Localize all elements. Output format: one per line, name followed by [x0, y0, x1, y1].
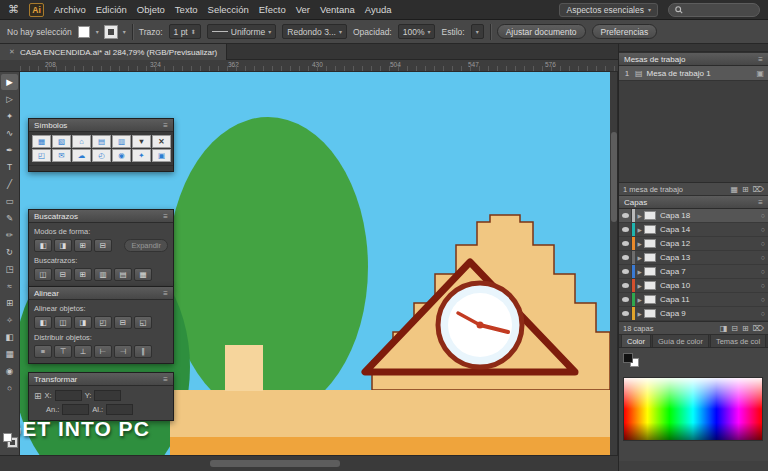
symbol-thumbnail[interactable]: ▣	[152, 149, 171, 162]
selection-tool[interactable]: ▶	[1, 74, 18, 90]
delete-layer-icon[interactable]: ⌦	[753, 324, 764, 333]
fill-color-swatch[interactable]	[78, 26, 90, 38]
distribute-hcenter-button[interactable]: ⊣	[114, 345, 132, 358]
artboard-name[interactable]: Mesa de trabajo 1	[647, 69, 711, 78]
intersect-button[interactable]: ⊞	[74, 239, 92, 252]
menu-ventana[interactable]: Ventana	[320, 4, 355, 15]
paintbrush-tool[interactable]: ✎	[1, 210, 18, 226]
panel-menu-icon[interactable]: ≡	[163, 212, 168, 221]
menu-texto[interactable]: Texto	[175, 4, 198, 15]
expand-arrow-icon[interactable]: ▶	[635, 213, 644, 219]
layer-name[interactable]: Capa 11	[660, 295, 761, 304]
layer-name[interactable]: Capa 9	[660, 309, 761, 318]
target-circle-icon[interactable]: ○	[761, 310, 765, 317]
menu-archivo[interactable]: Archivo	[54, 4, 86, 15]
horizontal-scrollbar-thumb[interactable]	[210, 460, 340, 467]
rotate-tool[interactable]: ↻	[1, 244, 18, 260]
style-dropdown[interactable]: ▾	[471, 24, 484, 39]
crop-button[interactable]: ▥	[94, 268, 112, 281]
alinear-panel-title[interactable]: Alinear ≡	[29, 287, 173, 300]
gradient-tool[interactable]: ◧	[1, 329, 18, 345]
layer-row[interactable]: ▶ Capa 14 ○	[619, 223, 768, 237]
lasso-tool[interactable]: ∿	[1, 125, 18, 141]
layer-row[interactable]: ▶ Capa 9 ○	[619, 307, 768, 321]
artboard-row[interactable]: 1 ▤ Mesa de trabajo 1 ▣	[619, 66, 768, 81]
opacity-stepper[interactable]: 100% ▾	[398, 24, 436, 39]
align-hcenter-button[interactable]: ◫	[54, 316, 72, 329]
magic-wand-tool[interactable]: ✦	[1, 108, 18, 124]
buscatrazos-panel-title[interactable]: Buscatrazos ≡	[29, 210, 173, 223]
mesh-tool[interactable]: ▦	[1, 346, 18, 362]
visibility-eye-icon[interactable]	[619, 251, 632, 264]
visibility-eye-icon[interactable]	[619, 237, 632, 250]
free-transform-tool[interactable]: ⊞	[1, 295, 18, 311]
fill-stroke-indicator[interactable]	[3, 433, 17, 447]
layer-row[interactable]: ▶ Capa 7 ○	[619, 265, 768, 279]
expand-arrow-icon[interactable]: ▶	[635, 311, 644, 317]
symbol-thumbnail[interactable]: ▧	[52, 135, 71, 148]
align-vcenter-button[interactable]: ⊟	[114, 316, 132, 329]
distribute-right-button[interactable]: ∥	[134, 345, 152, 358]
align-top-button[interactable]: ◰	[94, 316, 112, 329]
expand-arrow-icon[interactable]: ▶	[635, 255, 644, 261]
artboards-panel-title[interactable]: Mesas de trabajo ≡	[619, 52, 768, 66]
symbol-thumbnail[interactable]: ▦	[32, 135, 51, 148]
layer-row[interactable]: ▶ Capa 18 ○	[619, 209, 768, 223]
symbol-thumbnail[interactable]: ✦	[132, 149, 151, 162]
visibility-eye-icon[interactable]	[619, 265, 632, 278]
menu-seleccion[interactable]: Selección	[208, 4, 249, 15]
outline-button[interactable]: ▤	[114, 268, 132, 281]
expand-arrow-icon[interactable]: ▶	[635, 227, 644, 233]
distribute-top-button[interactable]: ≡	[34, 345, 52, 358]
stepper-icon[interactable]: ⬍	[191, 28, 196, 35]
layer-row[interactable]: ▶ Capa 10 ○	[619, 279, 768, 293]
workspace-switcher[interactable]: Aspectos esenciales ▾	[559, 3, 658, 17]
delete-artboard-icon[interactable]: ⌦	[753, 185, 764, 194]
expand-arrow-icon[interactable]: ▶	[635, 297, 644, 303]
symbol-thumbnail[interactable]: ⌂	[72, 135, 91, 148]
horizontal-scrollbar[interactable]	[0, 455, 618, 471]
align-left-button[interactable]: ◧	[34, 316, 52, 329]
preferences-button[interactable]: Preferencias	[592, 24, 658, 39]
panel-menu-icon[interactable]: ≡	[758, 55, 763, 64]
close-icon[interactable]: ✕	[9, 48, 15, 56]
trim-button[interactable]: ⊟	[54, 268, 72, 281]
exclude-button[interactable]: ⊟	[94, 239, 112, 252]
target-circle-icon[interactable]: ○	[761, 240, 765, 247]
new-artboard-icon[interactable]: ⊞	[742, 185, 749, 194]
blend-tool[interactable]: ◉	[1, 363, 18, 379]
layer-name[interactable]: Capa 13	[660, 253, 761, 262]
x-input[interactable]	[55, 390, 82, 401]
type-tool[interactable]: T	[1, 159, 18, 175]
layer-row[interactable]: ▶ Capa 13 ○	[619, 251, 768, 265]
visibility-eye-icon[interactable]	[619, 307, 632, 320]
symbol-thumbnail[interactable]: ☁	[72, 149, 91, 162]
expand-arrow-icon[interactable]: ▶	[635, 241, 644, 247]
menu-ayuda[interactable]: Ayuda	[365, 4, 392, 15]
fill-proxy-swatch[interactable]	[3, 433, 12, 442]
width-tool[interactable]: ≈	[1, 278, 18, 294]
apple-menu-icon[interactable]: ⌘	[8, 3, 19, 16]
panel-menu-icon[interactable]: ≡	[758, 198, 763, 207]
brush-dropdown[interactable]: Redondo 3... ▾	[282, 24, 347, 39]
expand-arrow-icon[interactable]: ▶	[635, 283, 644, 289]
target-circle-icon[interactable]: ○	[761, 212, 765, 219]
minus-front-button[interactable]: ◨	[54, 239, 72, 252]
search-input[interactable]	[687, 5, 753, 14]
tab-temas-de-color[interactable]: Temas de col	[710, 334, 766, 347]
target-circle-icon[interactable]: ○	[761, 254, 765, 261]
tab-guia-de-color[interactable]: Guía de color	[652, 334, 709, 347]
illustrator-logo[interactable]: Ai	[29, 3, 44, 17]
vertical-scrollbar[interactable]	[610, 72, 618, 455]
fit-document-button[interactable]: Ajustar documento	[497, 24, 586, 39]
rectangle-tool[interactable]: ▭	[1, 193, 18, 209]
layer-name[interactable]: Capa 12	[660, 239, 761, 248]
new-layer-icon[interactable]: ⊞	[742, 324, 749, 333]
symbol-thumbnail[interactable]: ◰	[32, 149, 51, 162]
panel-menu-icon[interactable]: ≡	[163, 289, 168, 298]
visibility-eye-icon[interactable]	[619, 209, 632, 222]
fill-swatch[interactable]	[623, 353, 633, 363]
stroke-color-swatch[interactable]	[105, 26, 117, 38]
menu-efecto[interactable]: Efecto	[259, 4, 286, 15]
y-input[interactable]	[94, 390, 121, 401]
